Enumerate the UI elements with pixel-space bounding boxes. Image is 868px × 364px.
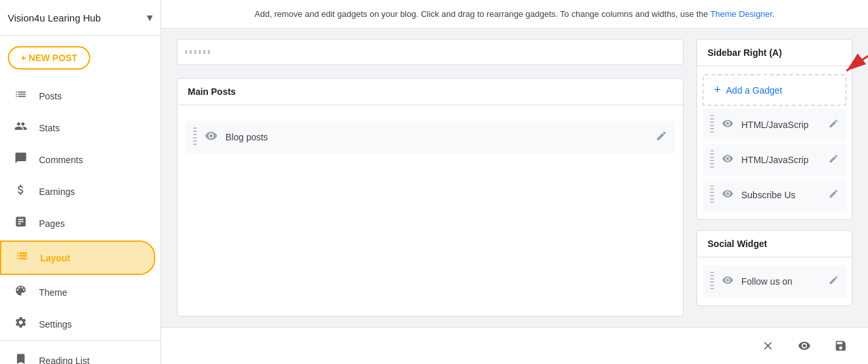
- nav-items: Posts Stats Comments Earnings: [0, 80, 160, 340]
- eye-icon[interactable]: [722, 153, 734, 168]
- layout-active-wrapper: Layout: [0, 240, 155, 275]
- sidebar-item-posts[interactable]: Posts: [0, 80, 155, 112]
- follow-us-gadget[interactable]: Follow us on: [702, 265, 847, 298]
- sidebar-item-comments[interactable]: Comments: [0, 144, 155, 176]
- topbar-message: Add, remove and edit gadgets on your blo…: [255, 9, 708, 19]
- posts-icon: [13, 88, 29, 104]
- social-widget-body: Follow us on: [697, 257, 852, 306]
- drag-handle: [185, 50, 211, 54]
- save-button[interactable]: [829, 334, 852, 358]
- main-posts-section: Main Posts Blog posts: [177, 78, 683, 317]
- add-gadget-label: Add a Gadget: [726, 85, 782, 96]
- blog-posts-gadget[interactable]: Blog posts: [185, 121, 675, 153]
- eye-icon[interactable]: [722, 118, 734, 133]
- layout-left: Main Posts Blog posts: [177, 39, 683, 317]
- sidebar-header: Vision4u Learing Hub ▾: [0, 0, 160, 36]
- sidebar-item-layout[interactable]: Layout: [1, 242, 154, 274]
- html-js-label-1: HTML/JavaScrip: [741, 120, 821, 130]
- pages-label: Pages: [39, 218, 65, 229]
- top-drag-bar[interactable]: [177, 39, 683, 65]
- sidebar-item-theme[interactable]: Theme: [0, 276, 155, 308]
- drag-handle[interactable]: [710, 150, 714, 170]
- settings-label: Settings: [39, 319, 72, 330]
- main-content: Add, remove and edit gadgets on your blo…: [161, 0, 868, 364]
- subscribe-us-gadget[interactable]: Subscribe Us: [702, 179, 847, 211]
- sidebar-item-stats[interactable]: Stats: [0, 112, 155, 144]
- reading-list-label: Reading List: [39, 356, 90, 365]
- drag-handle[interactable]: [710, 115, 714, 135]
- sidebar-right-section: Sidebar Right (A) + Add a Gadget: [696, 39, 852, 220]
- drag-handle[interactable]: [710, 272, 714, 291]
- sidebar-bottom: Reading List: [0, 340, 160, 364]
- earnings-icon: [13, 183, 29, 200]
- sidebar: Vision4u Learing Hub ▾ + NEW POST Posts …: [0, 0, 161, 364]
- edit-icon[interactable]: [828, 275, 839, 288]
- edit-icon[interactable]: [656, 130, 667, 144]
- sidebar-right-body: + Add a Gadget: [697, 66, 852, 219]
- dropdown-icon[interactable]: ▾: [147, 10, 153, 25]
- add-gadget-container: + Add a Gadget: [702, 74, 847, 106]
- layout-label: Layout: [40, 253, 70, 263]
- follow-us-label: Follow us on: [741, 276, 821, 287]
- new-post-button[interactable]: + NEW POST: [8, 46, 90, 70]
- edit-icon[interactable]: [828, 153, 839, 166]
- sidebar-item-earnings[interactable]: Earnings: [0, 176, 155, 207]
- sidebar-right-header: Sidebar Right (A): [697, 40, 852, 66]
- close-button[interactable]: [756, 334, 780, 358]
- sidebar-item-settings[interactable]: Settings: [0, 308, 155, 340]
- main-posts-body: Blog posts: [177, 105, 683, 169]
- social-widget-header: Social Widget: [697, 231, 852, 257]
- eye-icon[interactable]: [205, 129, 218, 146]
- theme-designer-link[interactable]: Theme Designer: [710, 9, 772, 19]
- sidebar-item-reading-list[interactable]: Reading List: [0, 346, 155, 364]
- drag-handle[interactable]: [710, 185, 714, 205]
- preview-button[interactable]: [793, 334, 816, 358]
- plus-icon: +: [714, 83, 721, 97]
- earnings-label: Earnings: [39, 187, 75, 197]
- social-widget-section: Social Widget Follow us on: [696, 230, 852, 306]
- add-gadget-button[interactable]: + Add a Gadget: [702, 74, 847, 106]
- comments-icon: [13, 151, 29, 168]
- main-posts-header: Main Posts: [177, 79, 683, 105]
- blog-posts-label: Blog posts: [225, 132, 648, 142]
- edit-icon[interactable]: [828, 188, 839, 202]
- subscribe-us-label: Subscribe Us: [741, 190, 821, 200]
- settings-icon: [13, 316, 29, 332]
- app-title: Vision4u Learing Hub: [8, 12, 147, 23]
- theme-label: Theme: [39, 287, 68, 298]
- html-js-label-2: HTML/JavaScrip: [741, 155, 821, 165]
- theme-icon: [13, 284, 29, 300]
- stats-icon: [13, 120, 29, 136]
- eye-icon[interactable]: [722, 274, 734, 289]
- drag-handle[interactable]: [193, 127, 197, 147]
- pages-icon: [13, 215, 29, 231]
- reading-list-icon: [13, 352, 29, 364]
- bottom-toolbar: [161, 327, 868, 364]
- layout-right: Sidebar Right (A) + Add a Gadget: [696, 39, 852, 317]
- edit-icon[interactable]: [828, 118, 839, 131]
- stats-label: Stats: [39, 123, 60, 133]
- html-js-gadget-2[interactable]: HTML/JavaScrip: [702, 144, 847, 176]
- comments-label: Comments: [39, 155, 83, 165]
- layout-icon: [14, 250, 30, 266]
- topbar: Add, remove and edit gadgets on your blo…: [161, 0, 868, 29]
- sidebar-item-pages[interactable]: Pages: [0, 207, 155, 239]
- posts-label: Posts: [39, 91, 62, 101]
- eye-icon[interactable]: [722, 188, 734, 203]
- content-area: Main Posts Blog posts: [161, 29, 868, 327]
- html-js-gadget-1[interactable]: HTML/JavaScrip: [702, 109, 847, 141]
